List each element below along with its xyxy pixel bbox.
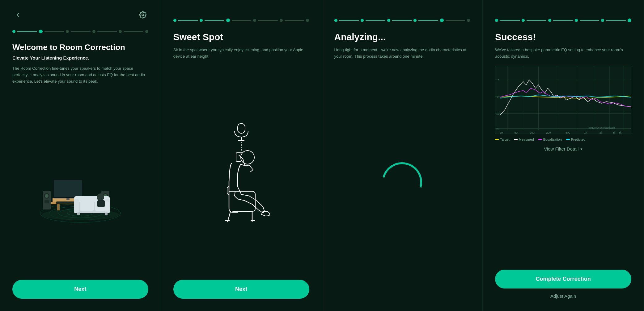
- step-progress: [12, 30, 148, 33]
- svg-text:0: 0: [497, 95, 498, 98]
- step-dot-2: [361, 19, 364, 22]
- step-progress-3: [334, 19, 470, 22]
- legend-target-label: Target: [500, 138, 510, 141]
- panel-header: [12, 9, 148, 20]
- step-line-4: [418, 20, 438, 21]
- step-line-5: [285, 20, 304, 21]
- step-line-4: [258, 20, 278, 21]
- step-dot-4: [413, 19, 417, 22]
- step-progress-4: [495, 19, 631, 22]
- step-line-2: [205, 20, 224, 21]
- room-illustration: [34, 145, 127, 226]
- step-line-5: [446, 20, 465, 21]
- illustration-container: [173, 66, 309, 280]
- loading-spinner: [375, 155, 430, 210]
- svg-rect-23: [74, 199, 79, 213]
- panel-description: The Room Correction fine-tunes your spea…: [12, 65, 148, 85]
- svg-text:8k: 8k: [619, 131, 622, 133]
- svg-text:Frequency vs Magnitude: Frequency vs Magnitude: [588, 126, 615, 129]
- step-dot-3: [387, 19, 390, 22]
- svg-point-29: [97, 193, 104, 201]
- step-dot-5: [280, 19, 283, 22]
- svg-point-0: [142, 14, 144, 16]
- step-dot-5: [601, 19, 604, 22]
- page-title: Success!: [495, 31, 631, 43]
- svg-text:10: 10: [496, 78, 499, 81]
- svg-rect-30: [97, 200, 105, 207]
- illustration-container: [12, 91, 148, 280]
- next-button[interactable]: Next: [173, 280, 309, 299]
- page-title: Welcome to Room Correction: [12, 43, 148, 52]
- legend-measured: Measured: [514, 138, 534, 141]
- step-line-4: [580, 20, 600, 21]
- svg-point-15: [45, 194, 49, 198]
- svg-text:4k: 4k: [612, 131, 616, 133]
- legend-predicted-color: [566, 139, 570, 140]
- legend-eq-label: Equalization: [543, 138, 562, 141]
- panel-description: Hang tight for a moment—we're now analyz…: [334, 47, 470, 60]
- step-line-3: [553, 20, 573, 21]
- step-line-3: [232, 20, 252, 21]
- step-line-1: [17, 31, 37, 32]
- svg-text:1k: 1k: [584, 131, 587, 133]
- person-chair-illustration: [198, 120, 285, 225]
- svg-rect-25: [80, 201, 94, 211]
- panel-subtitle: Elevate Your Listening Experience.: [12, 55, 148, 60]
- panel-analyzing: Analyzing... Hang tight for a moment—we'…: [322, 0, 483, 311]
- step-dot-2: [522, 19, 525, 22]
- svg-point-35: [241, 151, 254, 164]
- svg-text:2k: 2k: [600, 131, 603, 133]
- svg-rect-16: [44, 200, 49, 203]
- step-dot-2: [200, 19, 203, 22]
- back-button[interactable]: [12, 9, 23, 20]
- step-line-2: [44, 31, 64, 32]
- adjust-again-button[interactable]: Adjust Again: [495, 293, 631, 299]
- gear-icon[interactable]: [137, 9, 148, 20]
- step-dot-5: [440, 19, 444, 22]
- step-line-3: [71, 31, 91, 32]
- step-dot-3: [66, 30, 69, 33]
- step-dot-4: [575, 19, 578, 22]
- chart-legend: Target Measured Equalization Predicted: [495, 138, 631, 141]
- svg-rect-28: [105, 213, 108, 215]
- svg-rect-11: [54, 180, 82, 197]
- step-line-1: [339, 20, 359, 21]
- legend-predicted: Predicted: [566, 138, 585, 141]
- step-dot-6: [628, 19, 631, 22]
- step-dot-1: [173, 19, 176, 22]
- legend-measured-label: Measured: [519, 138, 534, 141]
- svg-text:-20: -20: [495, 127, 499, 130]
- step-dot-3: [226, 19, 230, 22]
- complete-correction-button[interactable]: Complete Correction: [495, 270, 631, 288]
- step-line-3: [392, 20, 412, 21]
- step-line-2: [366, 20, 385, 21]
- legend-eq-color: [538, 139, 542, 140]
- step-dot-2: [39, 30, 43, 33]
- next-button[interactable]: Next: [12, 280, 148, 299]
- step-line-2: [527, 20, 546, 21]
- legend-measured-color: [514, 139, 518, 140]
- legend-target-color: [495, 139, 499, 140]
- spinner-container: [334, 66, 470, 299]
- eq-chart-svg: 10 0 -10 -20 20 50 100 200 500 1k 2k 4k …: [495, 66, 631, 134]
- panel-welcome: Welcome to Room Correction Elevate Your …: [0, 0, 161, 311]
- step-line-5: [606, 20, 626, 21]
- svg-rect-12: [66, 198, 70, 200]
- view-filter-button[interactable]: View Filter Detail >: [495, 146, 631, 151]
- svg-text:50: 50: [515, 131, 518, 133]
- step-progress-2: [173, 19, 309, 22]
- step-dot-4: [92, 30, 95, 33]
- svg-text:200: 200: [546, 131, 551, 133]
- step-dot-4: [253, 19, 256, 22]
- step-dot-6: [306, 19, 309, 22]
- step-line-4: [97, 31, 117, 32]
- step-dot-1: [12, 30, 15, 33]
- legend-predicted-label: Predicted: [571, 138, 585, 141]
- svg-text:20: 20: [500, 131, 503, 133]
- svg-text:-10: -10: [495, 112, 499, 115]
- step-dot-6: [467, 19, 470, 22]
- svg-text:500: 500: [566, 131, 570, 133]
- step-dot-3: [548, 19, 551, 22]
- step-line-5: [124, 31, 143, 32]
- step-dot-6: [145, 30, 148, 33]
